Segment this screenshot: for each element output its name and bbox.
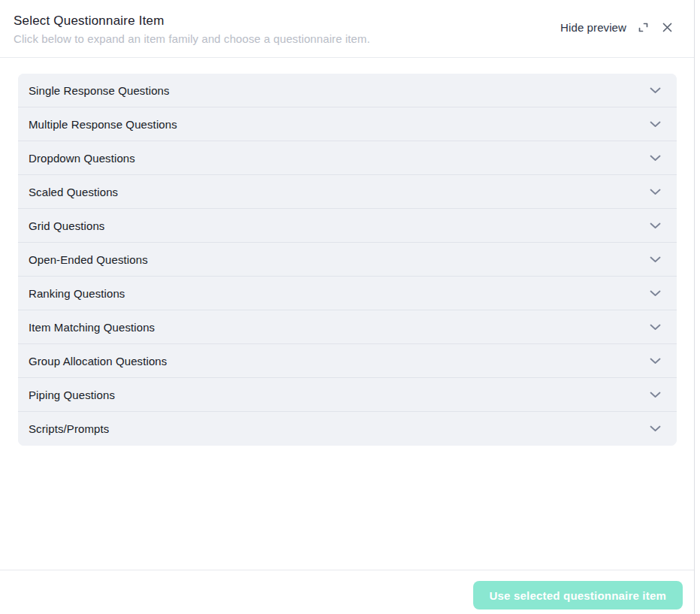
- accordion-item-multiple-response[interactable]: Multiple Response Questions: [18, 107, 677, 141]
- header-titles: Select Questionnaire Item Click below to…: [14, 14, 370, 45]
- question-family-accordion: Single Response Questions Multiple Respo…: [18, 74, 677, 446]
- accordion-item-label: Grid Questions: [29, 219, 104, 232]
- accordion-item-label: Piping Questions: [29, 389, 115, 401]
- chevron-down-icon: [650, 87, 661, 94]
- accordion-item-open-ended[interactable]: Open-Ended Questions: [18, 243, 677, 277]
- chevron-down-icon: [650, 425, 661, 432]
- select-questionnaire-item-dialog: Select Questionnaire Item Click below to…: [0, 0, 695, 614]
- chevron-down-icon: [650, 256, 661, 263]
- page-title: Select Questionnaire Item: [14, 14, 370, 29]
- accordion-item-label: Scaled Questions: [29, 186, 118, 198]
- accordion-item-item-matching[interactable]: Item Matching Questions: [18, 310, 677, 344]
- chevron-down-icon: [650, 189, 661, 195]
- accordion-item-single-response[interactable]: Single Response Questions: [18, 74, 677, 107]
- chevron-down-icon: [650, 358, 661, 364]
- accordion-item-label: Multiple Response Questions: [29, 118, 177, 131]
- chevron-down-icon: [650, 222, 661, 229]
- expand-icon[interactable]: [635, 20, 650, 35]
- chevron-down-icon: [650, 290, 661, 297]
- accordion-item-grid[interactable]: Grid Questions: [18, 209, 677, 243]
- hide-preview-button[interactable]: Hide preview: [560, 21, 626, 34]
- use-selected-questionnaire-item-button[interactable]: Use selected questionnaire item: [473, 581, 683, 609]
- header-controls: Hide preview: [560, 20, 674, 35]
- chevron-down-icon: [650, 155, 661, 162]
- accordion-item-ranking[interactable]: Ranking Questions: [18, 277, 677, 310]
- accordion-item-label: Ranking Questions: [29, 287, 125, 300]
- page-subtitle: Click below to expand an item family and…: [14, 32, 370, 45]
- close-icon[interactable]: [659, 20, 674, 35]
- accordion-item-label: Dropdown Questions: [29, 152, 135, 165]
- chevron-down-icon: [650, 324, 661, 331]
- dialog-footer: Use selected questionnaire item: [0, 570, 694, 614]
- dialog-header: Select Questionnaire Item Click below to…: [0, 0, 694, 58]
- accordion-item-dropdown[interactable]: Dropdown Questions: [18, 141, 677, 175]
- accordion-item-piping[interactable]: Piping Questions: [18, 378, 677, 412]
- accordion-item-label: Open-Ended Questions: [29, 253, 148, 266]
- accordion-item-scripts-prompts[interactable]: Scripts/Prompts: [18, 412, 677, 446]
- accordion-item-group-allocation[interactable]: Group Allocation Questions: [18, 344, 677, 378]
- accordion-item-label: Scripts/Prompts: [29, 422, 109, 435]
- chevron-down-icon: [650, 121, 661, 128]
- chevron-down-icon: [650, 392, 661, 398]
- accordion-item-scaled[interactable]: Scaled Questions: [18, 175, 677, 209]
- accordion-item-label: Group Allocation Questions: [29, 355, 167, 367]
- accordion-item-label: Single Response Questions: [29, 84, 170, 97]
- accordion-item-label: Item Matching Questions: [29, 321, 155, 334]
